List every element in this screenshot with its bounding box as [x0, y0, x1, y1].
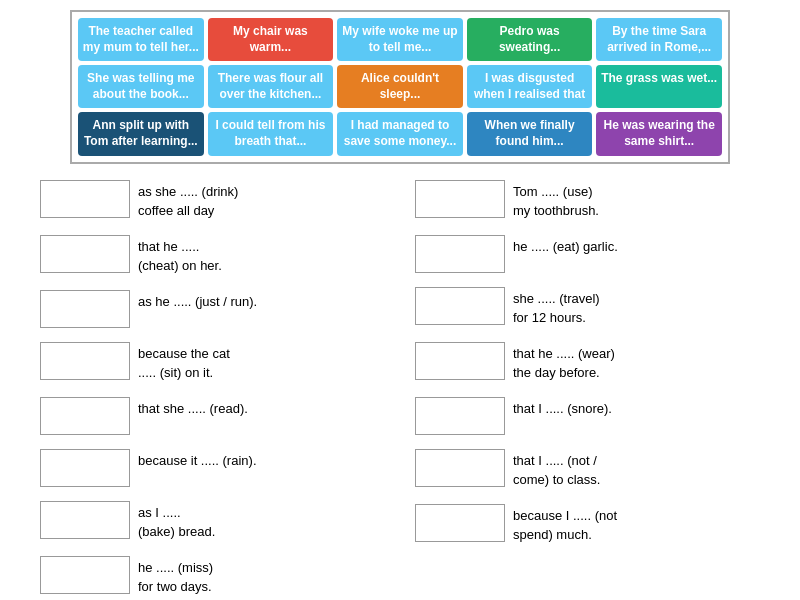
ex-text-r3: she ..... (travel) for 12 hours.: [513, 287, 600, 328]
ex-row-l2: that he ..... (cheat) on her.: [40, 235, 385, 276]
drop-box-l4[interactable]: [40, 342, 130, 380]
card-c10[interactable]: The grass was wet...: [596, 65, 722, 108]
drop-box-l1[interactable]: [40, 180, 130, 218]
ex-text-l8: he ..... (miss) for two days.: [138, 556, 213, 597]
card-c1[interactable]: The teacher called my mum to tell her...: [78, 18, 204, 61]
drop-box-l7[interactable]: [40, 501, 130, 539]
ex-text-r1: Tom ..... (use) my toothbrush.: [513, 180, 599, 221]
card-grid: The teacher called my mum to tell her...…: [70, 10, 730, 164]
ex-text-l6: because it ..... (rain).: [138, 449, 257, 471]
drop-box-l5[interactable]: [40, 397, 130, 435]
ex-row-r7: because I ..... (not spend) much.: [415, 504, 760, 545]
card-c11[interactable]: Ann split up with Tom after learning...: [78, 112, 204, 155]
ex-row-r2: he ..... (eat) garlic.: [415, 235, 760, 273]
ex-row-l8: he ..... (miss) for two days.: [40, 556, 385, 597]
ex-text-r6: that I ..... (not / come) to class.: [513, 449, 600, 490]
card-c8[interactable]: Alice couldn't sleep...: [337, 65, 463, 108]
drop-box-r7[interactable]: [415, 504, 505, 542]
ex-text-l1: as she ..... (drink) coffee all day: [138, 180, 238, 221]
card-c9[interactable]: I was disgusted when I realised that: [467, 65, 593, 108]
card-c2[interactable]: My chair was warm...: [208, 18, 334, 61]
ex-text-r5: that I ..... (snore).: [513, 397, 612, 419]
card-c15[interactable]: He was wearing the same shirt...: [596, 112, 722, 155]
card-c5[interactable]: By the time Sara arrived in Rome,...: [596, 18, 722, 61]
card-c13[interactable]: I had managed to save some money...: [337, 112, 463, 155]
drop-box-r1[interactable]: [415, 180, 505, 218]
ex-text-r7: because I ..... (not spend) much.: [513, 504, 617, 545]
ex-text-l2: that he ..... (cheat) on her.: [138, 235, 222, 276]
drop-box-l8[interactable]: [40, 556, 130, 594]
right-column: Tom ..... (use) my toothbrush.he ..... (…: [415, 180, 760, 600]
ex-text-r2: he ..... (eat) garlic.: [513, 235, 618, 257]
drop-box-r5[interactable]: [415, 397, 505, 435]
ex-row-l5: that she ..... (read).: [40, 397, 385, 435]
card-c6[interactable]: She was telling me about the book...: [78, 65, 204, 108]
ex-row-l1: as she ..... (drink) coffee all day: [40, 180, 385, 221]
drop-box-r6[interactable]: [415, 449, 505, 487]
ex-text-l7: as I ..... (bake) bread.: [138, 501, 215, 542]
ex-text-l3: as he ..... (just / run).: [138, 290, 257, 312]
ex-row-l6: because it ..... (rain).: [40, 449, 385, 487]
ex-row-r1: Tom ..... (use) my toothbrush.: [415, 180, 760, 221]
ex-row-l7: as I ..... (bake) bread.: [40, 501, 385, 542]
drop-box-r3[interactable]: [415, 287, 505, 325]
card-c4[interactable]: Pedro was sweating...: [467, 18, 593, 61]
ex-row-r5: that I ..... (snore).: [415, 397, 760, 435]
drop-box-r4[interactable]: [415, 342, 505, 380]
ex-row-r4: that he ..... (wear) the day before.: [415, 342, 760, 383]
ex-row-l3: as he ..... (just / run).: [40, 290, 385, 328]
card-c7[interactable]: There was flour all over the kitchen...: [208, 65, 334, 108]
card-c3[interactable]: My wife woke me up to tell me...: [337, 18, 463, 61]
ex-row-r3: she ..... (travel) for 12 hours.: [415, 287, 760, 328]
exercise-area: as she ..... (drink) coffee all daythat …: [10, 180, 790, 600]
left-column: as she ..... (drink) coffee all daythat …: [40, 180, 385, 600]
drop-box-l6[interactable]: [40, 449, 130, 487]
ex-text-l5: that she ..... (read).: [138, 397, 248, 419]
drop-box-l3[interactable]: [40, 290, 130, 328]
ex-row-l4: because the cat ..... (sit) on it.: [40, 342, 385, 383]
ex-text-r4: that he ..... (wear) the day before.: [513, 342, 615, 383]
card-c14[interactable]: When we finally found him...: [467, 112, 593, 155]
ex-row-r6: that I ..... (not / come) to class.: [415, 449, 760, 490]
drop-box-l2[interactable]: [40, 235, 130, 273]
ex-text-l4: because the cat ..... (sit) on it.: [138, 342, 230, 383]
drop-box-r2[interactable]: [415, 235, 505, 273]
card-c12[interactable]: I could tell from his breath that...: [208, 112, 334, 155]
